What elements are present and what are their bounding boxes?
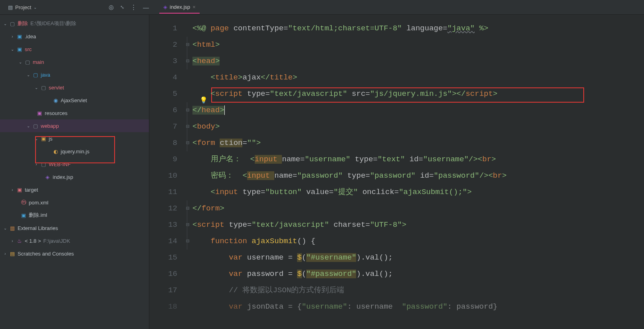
code-line[interactable]: 1 <%@ page contentType="text/html;charse… [149, 20, 644, 37]
line-number: 5 [149, 86, 183, 102]
line-number: 18 [149, 299, 183, 315]
tree-src[interactable]: ▣ src [0, 43, 149, 55]
tree-label: servlet [49, 85, 64, 91]
tree-label: java [41, 72, 50, 78]
tab-label: index.jsp [170, 4, 190, 10]
project-tree[interactable]: ▢ 删除 E:\预IDEA项目\删除 ▣ .idea ▣ src ▢ main [0, 15, 149, 329]
tree-label: < 1.8 > [25, 238, 41, 244]
tree-label: src [25, 46, 32, 52]
line-number: 2 [149, 37, 183, 53]
line-number: 13 [149, 217, 183, 233]
resources-icon: ▣ [36, 110, 43, 116]
tree-root-project[interactable]: ▢ 删除 E:\预IDEA项目\删除 [0, 17, 149, 30]
tree-label: pom.xml [29, 200, 48, 206]
tree-servlet[interactable]: ▢ servlet [0, 81, 149, 94]
tree-ajaxservlet[interactable]: ◉ AjaxServlet [0, 94, 149, 107]
tree-scratches[interactable]: ▤ Scratches and Consoles [0, 247, 149, 260]
line-number: 7 [149, 119, 183, 135]
project-dropdown[interactable]: ▧ Project ⌄ [8, 4, 37, 10]
code-line[interactable]: 2 ⊟ <html> [149, 37, 644, 53]
fold-gutter[interactable]: ⊟ [183, 233, 192, 250]
library-icon: ▥ [9, 225, 16, 231]
folder-icon: ▢ [32, 123, 39, 129]
tree-label: Scratches and Consoles [18, 251, 74, 257]
fold-gutter[interactable]: ⊟ [183, 119, 192, 135]
code-line[interactable]: 5 <script type="text/javascript" src="js… [149, 86, 644, 102]
chevron-down-icon: ⌄ [34, 5, 37, 10]
code-line[interactable]: 10 密码： <input name="password" type="pass… [149, 168, 644, 184]
hide-icon[interactable]: — [143, 4, 149, 11]
line-number: 4 [149, 69, 183, 86]
tree-label: 删除.iml [29, 212, 47, 219]
tree-label: 删除 [18, 20, 28, 27]
code-line[interactable]: 14 ⊟ function ajaxSubmit() { [149, 233, 644, 250]
fold-gutter[interactable]: ⊟ [183, 102, 192, 119]
tree-jdk[interactable]: ♨ < 1.8 > F:\java\JDK [0, 234, 149, 247]
fold-gutter[interactable]: ⊟ [183, 37, 192, 53]
jsp-file-icon: ◈ [163, 4, 167, 10]
tree-label: webapp [41, 123, 59, 129]
class-icon: ◉ [52, 97, 59, 103]
code-line[interactable]: 9 用户名： <input name="username" type="text… [149, 151, 644, 168]
fold-gutter[interactable]: ⊟ [183, 217, 192, 233]
line-number: 10 [149, 168, 183, 184]
tree-label: .idea [25, 34, 36, 40]
close-tab-icon[interactable]: × [192, 4, 196, 10]
folder-icon: ▢ [9, 21, 16, 27]
code-line[interactable]: 3 ⊟ <head> [149, 53, 644, 69]
code-line[interactable]: 18 var jsonData = {"username": username … [149, 299, 644, 315]
tab-index-jsp[interactable]: ◈ index.jsp × [159, 1, 200, 14]
editor-tabs: ◈ index.jsp × [157, 1, 200, 14]
tree-resources[interactable]: ▣ resources [0, 107, 149, 119]
project-icon: ▧ [8, 4, 13, 10]
line-number: 11 [149, 184, 183, 200]
code-line[interactable]: 6 ⊟ </head> [149, 102, 644, 119]
jdk-icon: ♨ [16, 238, 23, 244]
tree-label: index.jsp [53, 174, 73, 180]
code-line[interactable]: 15 var username = $("#username").val(); [149, 250, 644, 266]
tree-path: F:\java\JDK [43, 238, 70, 244]
folder-icon: ▣ [16, 34, 23, 40]
jsp-file-icon: ◈ [44, 174, 51, 180]
code-editor[interactable]: 💡 1 <%@ page contentType="text/html;char… [149, 15, 644, 329]
code-line[interactable]: 7 ⊟ <body> [149, 119, 644, 135]
tree-target[interactable]: ▣ target [0, 183, 149, 196]
code-line[interactable]: 17 // 将数据以JSON的方式传到后端 [149, 282, 644, 299]
folder-icon: ▢ [40, 85, 47, 91]
code-line[interactable]: 11 <input type="button" value="提交" oncli… [149, 184, 644, 200]
line-number: 12 [149, 200, 183, 217]
tree-webapp[interactable]: ▢ webapp [0, 119, 149, 132]
code-line[interactable]: 8 ⊟ <form ction=""> [149, 135, 644, 151]
tree-label: AjaxServlet [61, 97, 87, 103]
fold-gutter[interactable]: ⊟ [183, 200, 192, 217]
settings-menu-icon[interactable]: ⋮ [131, 4, 137, 11]
iml-file-icon: ▣ [20, 212, 27, 218]
code-line[interactable]: 4 <title>ajax</title> [149, 69, 644, 86]
folder-icon: ▢ [24, 59, 31, 65]
scratches-icon: ▤ [9, 251, 16, 257]
line-number: 1 [149, 20, 183, 37]
code-line[interactable]: 12 ⊟ </form> [149, 200, 644, 217]
tree-label: target [25, 187, 38, 193]
select-opened-file-icon[interactable]: ◎ [109, 4, 114, 11]
tree-java[interactable]: ▢ java [0, 68, 149, 81]
tree-main[interactable]: ▢ main [0, 55, 149, 68]
topbar: ▧ Project ⌄ ◎ ⤡ ⋮ — ◈ index.jsp × [0, 0, 644, 15]
tree-index-jsp[interactable]: ◈ index.jsp [0, 170, 149, 183]
tree-iml[interactable]: ▣ 删除.iml [0, 209, 149, 222]
fold-gutter[interactable]: ⊟ [183, 53, 192, 69]
tree-idea[interactable]: ▣ .idea [0, 30, 149, 43]
tree-pom[interactable]: ⓜ pom.xml [0, 196, 149, 209]
collapse-all-icon[interactable]: ⤡ [120, 4, 124, 10]
code-line[interactable]: 13 ⊟ <script type="text/javascript" char… [149, 217, 644, 233]
fold-gutter[interactable]: ⊟ [183, 135, 192, 151]
folder-icon: ▢ [32, 72, 39, 78]
code-line[interactable]: 16 var password = $("#password").val(); [149, 266, 644, 282]
line-number: 15 [149, 250, 183, 266]
line-number: 8 [149, 135, 183, 151]
tree-path: E:\预IDEA项目\删除 [30, 20, 76, 27]
line-number: 14 [149, 233, 183, 250]
line-number: 6 [149, 102, 183, 119]
tree-external-libraries[interactable]: ▥ External Libraries [0, 222, 149, 234]
line-number: 3 [149, 53, 183, 69]
